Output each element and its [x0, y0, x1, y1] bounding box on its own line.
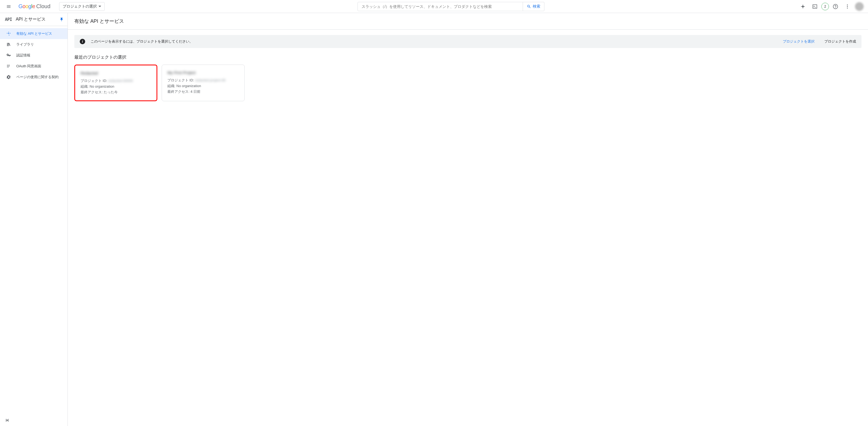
api-logo: API: [5, 17, 12, 22]
info-message: このページを表示するには、プロジェクトを選択してください。: [91, 39, 777, 44]
main-body: i このページを表示するには、プロジェクトを選択してください。 プロジェクトを選…: [68, 30, 868, 106]
project-card[interactable]: My First Project プロジェクト ID: redacted-pro…: [162, 65, 245, 101]
project-cards: Redacted プロジェクト ID: redacted-00000 組織: N…: [74, 65, 862, 101]
project-card-id: プロジェクト ID: redacted-project-00: [167, 78, 239, 83]
content: API API とサービス 有効な API とサービス ライブラリ: [0, 13, 868, 426]
create-project-link[interactable]: プロジェクトを作成: [824, 39, 856, 44]
project-card[interactable]: Redacted プロジェクト ID: redacted-00000 組織: N…: [74, 65, 157, 101]
search-box: [358, 2, 523, 11]
sidebar: API API とサービス 有効な API とサービス ライブラリ: [0, 13, 68, 426]
nav-label: ページの使用に関する契約: [16, 74, 59, 80]
chevron-down-icon: [98, 6, 101, 7]
cloud-shell-button[interactable]: [809, 1, 820, 12]
nav-page-usage-agreement[interactable]: ページの使用に関する契約: [0, 72, 67, 83]
chevron-left-icon: [5, 418, 10, 423]
nav-label: OAuth 同意画面: [16, 64, 41, 69]
nav-credentials[interactable]: 認証情報: [0, 50, 67, 61]
info-icon: i: [80, 39, 85, 44]
info-bar: i このページを表示するには、プロジェクトを選択してください。 プロジェクトを選…: [74, 35, 862, 48]
project-selector-label: プロジェクトの選択: [63, 4, 97, 9]
dashboard-icon: [6, 31, 11, 36]
nav-library[interactable]: ライブラリ: [0, 39, 67, 50]
sparkle-icon: [800, 4, 806, 9]
terminal-icon: [812, 4, 817, 9]
project-card-last-access: 最終アクセス: たった今: [81, 90, 151, 95]
project-card-org: 組織: No organization: [167, 83, 239, 89]
hamburger-menu-button[interactable]: [2, 0, 15, 13]
help-icon: [833, 4, 838, 9]
nav-oauth-consent[interactable]: OAuth 同意画面: [0, 61, 67, 72]
svg-point-3: [847, 8, 848, 8]
consent-icon: [6, 63, 11, 69]
search-button[interactable]: 検索: [523, 2, 545, 11]
google-cloud-logo[interactable]: Google Cloud: [18, 3, 52, 9]
header-right: 2: [798, 1, 866, 12]
project-card-id: プロジェクト ID: redacted-00000: [81, 78, 151, 84]
key-icon: [6, 53, 11, 58]
section-title: 最近のプロジェクトの選択: [74, 55, 862, 60]
svg-point-2: [847, 6, 848, 7]
pin-button[interactable]: [59, 18, 64, 22]
project-card-title: My First Project: [167, 70, 239, 75]
main: 有効な API とサービス i このページを表示するには、プロジェクトを選択して…: [68, 13, 868, 426]
page-title: 有効な API とサービス: [74, 18, 862, 24]
more-button[interactable]: [842, 1, 853, 12]
badge-count: 2: [824, 5, 826, 8]
gear-icon: [6, 74, 11, 80]
svg-point-0: [833, 4, 838, 9]
avatar[interactable]: [855, 2, 864, 11]
logo-cloud-text: Cloud: [36, 3, 51, 9]
project-card-last-access: 最終アクセス: 4 日前: [167, 89, 239, 95]
notifications-badge[interactable]: 2: [822, 3, 829, 10]
logo-google-text: Google: [19, 3, 35, 9]
header: Google Cloud プロジェクトの選択 検索 2: [0, 0, 868, 13]
more-vert-icon: [845, 4, 850, 9]
sidebar-header: API API とサービス: [0, 13, 67, 26]
search-icon: [527, 4, 531, 9]
nav-label: ライブラリ: [16, 42, 34, 47]
select-project-link[interactable]: プロジェクトを選択: [783, 39, 814, 44]
library-icon: [6, 42, 11, 47]
nav-label: 認証情報: [16, 53, 30, 58]
svg-point-1: [847, 4, 848, 5]
page-header: 有効な API とサービス: [68, 13, 868, 30]
sidebar-title: API とサービス: [16, 17, 56, 22]
nav-enabled-apis[interactable]: 有効な API とサービス: [0, 28, 67, 39]
sidebar-collapse-button[interactable]: [5, 418, 10, 423]
project-selector-button[interactable]: プロジェクトの選択: [59, 2, 105, 11]
search-button-label: 検索: [533, 4, 540, 9]
search-input[interactable]: [358, 4, 523, 9]
svg-rect-4: [6, 419, 6, 422]
nav-list: 有効な API とサービス ライブラリ 認証情報 OAuth 同意画面: [0, 26, 67, 85]
help-button[interactable]: [830, 1, 841, 12]
project-card-org: 組織: No organization: [81, 84, 151, 90]
pin-icon: [59, 18, 64, 22]
search-wrap: 検索: [358, 2, 545, 11]
gemini-button[interactable]: [798, 1, 808, 12]
nav-label: 有効な API とサービス: [16, 31, 52, 36]
hamburger-icon: [6, 4, 11, 9]
project-card-title: Redacted: [81, 71, 151, 75]
